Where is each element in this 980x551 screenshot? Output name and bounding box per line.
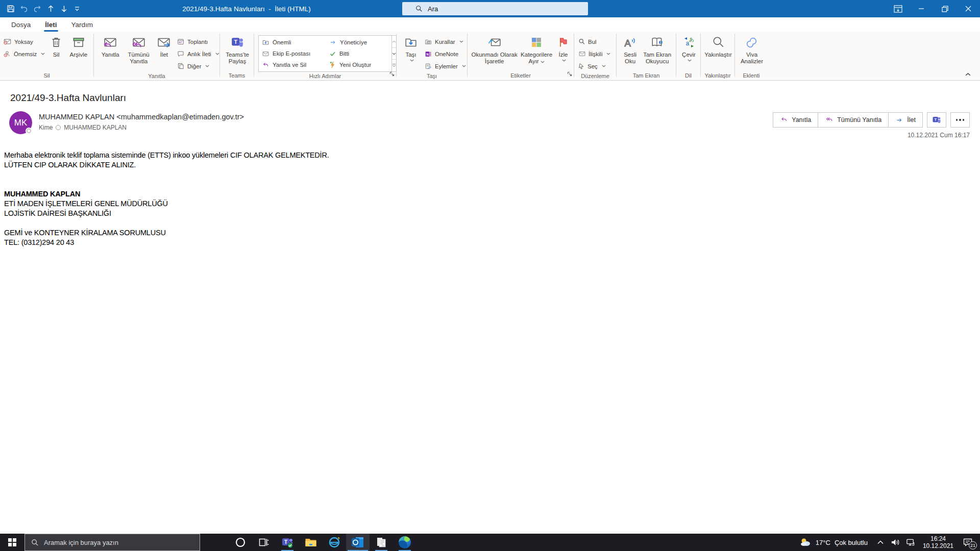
sil-button[interactable]: Sil — [47, 33, 66, 58]
ilet-button[interactable]: İlet — [154, 33, 175, 58]
reply-all-icon — [825, 116, 834, 123]
more-actions-button[interactable] — [950, 112, 970, 128]
weather-icon — [799, 537, 812, 547]
start-button[interactable] — [0, 534, 24, 551]
onenote-button[interactable]: OneNote — [424, 48, 465, 59]
minimize-button[interactable] — [910, 0, 933, 17]
kurallar-button[interactable]: Kurallar — [424, 36, 465, 47]
quickstep-onemli[interactable]: Önemli — [262, 37, 329, 48]
restore-button[interactable] — [933, 0, 957, 17]
group-label-dil: Dil — [676, 70, 700, 80]
action-center-button[interactable]: 21 — [958, 534, 978, 551]
onemsiz-button[interactable]: Önemsiz — [3, 48, 47, 59]
recipient-name[interactable]: MUHAMMED KAPLAN — [64, 124, 127, 131]
quickstep-yeni-olustur[interactable]: Yeni Oluştur — [329, 59, 391, 70]
anlik-ileti-button[interactable]: Anlık İleti — [177, 48, 217, 59]
taskbar-clock[interactable]: 16:24 10.12.2021 — [919, 535, 958, 549]
sec-button[interactable]: Seç — [578, 61, 614, 71]
tray-network[interactable] — [903, 534, 919, 551]
taskbar-edge[interactable] — [393, 534, 416, 551]
arsivle-button[interactable]: Arşivle — [66, 33, 91, 58]
weather-desc: Çok bulutlu — [835, 539, 868, 546]
new-quickstep-icon — [329, 61, 336, 68]
tab-ileti[interactable]: İleti — [38, 17, 64, 32]
actions-icon — [424, 63, 432, 70]
taskbar-internet-explorer[interactable] — [323, 534, 346, 551]
iliskili-button[interactable]: İlişkili — [578, 48, 614, 59]
system-tray: 17°C Çok bulutlu 16:24 10.12.2021 21 — [794, 534, 980, 551]
search-icon — [415, 5, 423, 12]
chevron-up-icon — [877, 540, 884, 544]
kategorilere-ayir-button[interactable]: Kategorilere Ayır — [518, 33, 555, 65]
taskbar-cortana[interactable] — [229, 534, 252, 551]
group-label-teams: Teams — [220, 70, 254, 80]
dialog-launcher-icon[interactable] — [389, 69, 395, 79]
taskbar: Aramak için buraya yazın — [0, 534, 980, 551]
yoksay-button[interactable]: Yoksay — [3, 36, 47, 47]
title-bar: 2021/49-3.Hafta Navlunları - İleti (HTML… — [0, 0, 980, 17]
message-actions: Yanıtla Tümünü Yanıtla İlet — [773, 112, 970, 128]
reply-button[interactable]: Yanıtla — [773, 112, 818, 128]
sender-name-email[interactable]: MUHAMMED KAPLAN <muhammedkaplan@etimaden… — [39, 113, 244, 121]
quickstep-yanitla-ve-sil[interactable]: Yanıtla ve Sil — [262, 59, 329, 70]
reply-all-button[interactable]: Tümünü Yanıtla — [818, 112, 889, 128]
viva-analizler-button[interactable]: Viva Analizler — [738, 33, 766, 65]
taskbar-file-explorer[interactable] — [299, 534, 323, 551]
mark-unread-icon — [487, 35, 502, 50]
close-button[interactable] — [957, 0, 980, 17]
ribbon-search-box[interactable]: Ara — [402, 2, 588, 15]
more-options-icon — [956, 119, 965, 121]
dialog-launcher-icon[interactable] — [567, 69, 572, 79]
taskbar-teams[interactable] — [276, 534, 299, 551]
taskbar-documents-app[interactable] — [370, 534, 393, 551]
message-subject: 2021/49-3.Hafta Navlunları — [0, 81, 980, 104]
group-label-etiketler: Etiketler — [468, 70, 574, 80]
quickstep-ekip[interactable]: Ekip E-postası — [262, 48, 329, 59]
group-hizli-adimlar: Önemli Yöneticiye Ekip E-postası Bitti Y… — [254, 32, 396, 80]
bul-button[interactable]: Bul — [578, 36, 614, 47]
chevron-down-icon — [462, 65, 466, 67]
task-view-icon — [259, 538, 269, 547]
taskbar-weather[interactable]: 17°C Çok bulutlu — [794, 537, 873, 547]
im-icon — [177, 50, 185, 58]
sesli-oku-button[interactable]: Sesli Oku — [620, 33, 641, 65]
internet-explorer-icon — [328, 536, 340, 548]
taskbar-task-view[interactable] — [252, 534, 276, 551]
tam-ekran-okuyucu-button[interactable]: Tam Ekran Okuyucu — [641, 33, 674, 65]
move-folder-icon — [262, 39, 270, 46]
toplanti-button[interactable]: Toplantı — [177, 36, 217, 47]
tasi-button[interactable]: Taşı — [400, 33, 422, 62]
quick-steps-scrollbar — [392, 35, 397, 72]
quickstep-bitti[interactable]: Bitti — [329, 48, 391, 59]
forward-button[interactable]: İlet — [888, 112, 923, 128]
outlook-icon — [351, 536, 364, 548]
eylemler-button[interactable]: Eylemler — [424, 61, 465, 71]
collapse-ribbon-icon[interactable] — [965, 69, 971, 78]
teamste-paylas-button[interactable]: Teams'te Paylaş — [223, 33, 252, 65]
taskbar-search[interactable]: Aramak için buraya yazın — [24, 534, 200, 551]
quickstep-yoneticiye[interactable]: Yöneticiye — [329, 37, 391, 48]
gallery-up-icon[interactable] — [392, 36, 396, 48]
share-to-teams-button[interactable] — [927, 112, 946, 128]
meeting-icon — [177, 38, 185, 45]
diger-button[interactable]: Diğer — [177, 61, 217, 71]
yanitla-button[interactable]: Yanıtla — [97, 33, 124, 58]
junk-icon — [3, 50, 11, 58]
gallery-down-icon[interactable] — [392, 48, 396, 60]
forward-icon — [156, 35, 172, 50]
izle-button[interactable]: İzle — [555, 33, 572, 62]
yakinlastir-button[interactable]: Yakınlaştır — [704, 33, 732, 58]
weather-temp: 17°C — [816, 539, 830, 546]
tray-volume[interactable] — [888, 534, 903, 551]
tray-show-hidden-icons[interactable] — [873, 534, 888, 551]
body-line: LOJİSTİK DAİRESİ BAŞKANLIĞI — [4, 209, 980, 218]
tumunu-yanitla-button[interactable]: Tümünü Yanıtla — [124, 33, 154, 65]
tab-yardim[interactable]: Yardım — [64, 17, 101, 32]
tab-dosya[interactable]: Dosya — [4, 17, 38, 32]
taskbar-outlook[interactable] — [346, 534, 370, 551]
ribbon-display-options-icon[interactable] — [886, 0, 910, 17]
okunmadi-isaretle-button[interactable]: Okunmadı Olarak İşaretle — [471, 33, 518, 65]
cevir-button[interactable]: Çevir — [679, 33, 698, 62]
chevron-down-icon — [688, 59, 692, 62]
body-line: LÜTFEN CIP OLARAK DİKKATE ALINIZ. — [4, 160, 980, 170]
